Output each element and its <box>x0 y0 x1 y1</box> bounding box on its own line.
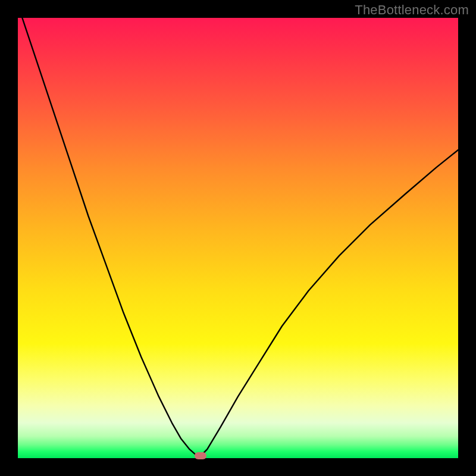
bottleneck-curve <box>18 5 458 456</box>
curve-svg <box>18 18 458 458</box>
plot-area <box>18 18 458 458</box>
chart-frame: TheBottleneck.com <box>0 0 476 476</box>
watermark-text: TheBottleneck.com <box>355 2 469 18</box>
minimum-marker <box>195 452 206 459</box>
